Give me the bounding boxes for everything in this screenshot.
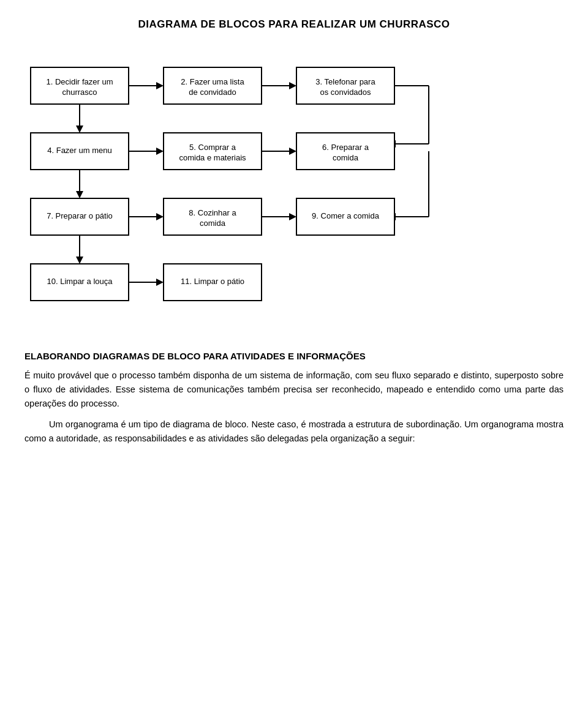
svg-text:6. Preparar a: 6. Preparar a xyxy=(322,143,369,152)
page-title: DIAGRAMA DE BLOCOS PARA REALIZAR UM CHUR… xyxy=(24,18,564,31)
svg-text:10. Limpar a louça: 10. Limpar a louça xyxy=(47,277,113,286)
diagram-area: 1. Decidir fazer um churrasco 2. Fazer u… xyxy=(24,49,564,345)
svg-text:9. Comer a comida: 9. Comer a comida xyxy=(312,211,380,220)
section-title: ELABORANDO DIAGRAMAS DE BLOCO PARA ATIVI… xyxy=(24,351,564,361)
svg-marker-53 xyxy=(156,279,164,286)
svg-marker-9 xyxy=(289,82,296,89)
svg-marker-18 xyxy=(76,126,83,133)
svg-text:1. Decidir fazer um: 1. Decidir fazer um xyxy=(46,77,113,86)
svg-text:churrasco: churrasco xyxy=(62,88,97,97)
svg-text:2. Fazer uma lista: 2. Fazer uma lista xyxy=(181,77,244,86)
svg-marker-49 xyxy=(76,257,83,264)
svg-marker-40 xyxy=(156,213,164,220)
svg-text:5. Comprar a: 5. Comprar a xyxy=(189,143,236,152)
svg-text:comida: comida xyxy=(333,153,359,162)
svg-text:3. Telefonar para: 3. Telefonar para xyxy=(315,77,375,86)
svg-text:11. Limpar o pátio: 11. Limpar o pátio xyxy=(181,277,244,286)
svg-text:7. Preparar o pátio: 7. Preparar o pátio xyxy=(47,211,113,220)
svg-text:comida: comida xyxy=(200,219,226,228)
svg-marker-22 xyxy=(156,148,164,155)
paragraph-2: Um organograma é um tipo de diagrama de … xyxy=(24,418,564,446)
paragraph-1: É muito provável que o processo também d… xyxy=(24,369,564,411)
svg-marker-36 xyxy=(76,191,83,198)
svg-text:4. Fazer um menu: 4. Fazer um menu xyxy=(47,146,112,155)
svg-text:comida e materiais: comida e materiais xyxy=(179,153,246,162)
svg-marker-4 xyxy=(156,82,164,89)
svg-marker-27 xyxy=(289,148,296,155)
svg-text:8. Cozinhar a: 8. Cozinhar a xyxy=(189,208,236,217)
svg-text:de convidado: de convidado xyxy=(189,88,236,97)
svg-marker-45 xyxy=(289,213,296,220)
svg-text:os convidados: os convidados xyxy=(320,88,371,97)
